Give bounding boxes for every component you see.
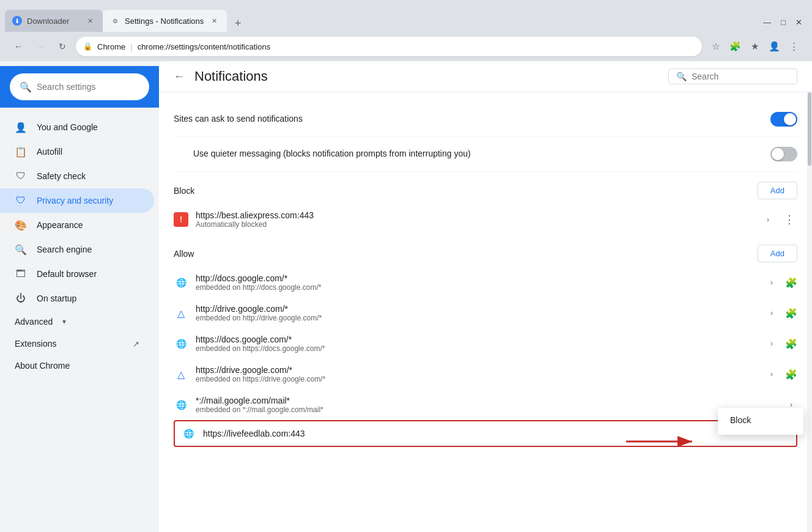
site-text-docs-https: https://docs.google.com/* embedded on ht… (196, 334, 763, 353)
globe-icon-mail: 🌐 (174, 397, 188, 412)
sidebar-item-about-chrome[interactable]: About Chrome (0, 355, 154, 377)
back-to-settings-button[interactable]: ← (174, 70, 185, 83)
quieter-messaging-toggle[interactable] (770, 147, 797, 161)
livefeedlab-wrapper: 🌐 https://livefeedlab.com:443 (174, 420, 797, 447)
drive-icon-drive-https: △ (174, 367, 188, 382)
sites-ask-text: Sites can ask to send notifications (174, 114, 770, 125)
drive-icon-drive-http: △ (174, 306, 188, 320)
site-entry-livefeedlab[interactable]: 🌐 https://livefeedlab.com:443 (174, 420, 797, 447)
sidebar-item-default-browser[interactable]: 🗔 Default browser (0, 262, 154, 286)
sidebar-label-autofill: Autofill (37, 147, 62, 157)
sidebar-item-autofill[interactable]: 📋 Autofill (0, 139, 154, 164)
sidebar-label-search-engine: Search engine (37, 245, 92, 254)
profile-icon[interactable]: 👤 (766, 38, 783, 55)
content-body: Sites can ask to send notifications Use … (159, 92, 812, 457)
back-button[interactable]: ← (10, 38, 27, 55)
notifications-search-input[interactable] (692, 72, 789, 81)
sidebar-item-search-engine[interactable]: 🔍 Search engine (0, 237, 154, 262)
puzzle-icon-drive-https: 🧩 (785, 369, 797, 380)
arrow-container (626, 429, 699, 456)
content-panel: ← Notifications 🔍 Sites can ask to send … (159, 61, 812, 532)
window-controls: — □ ✕ (763, 18, 807, 32)
sidebar-item-you-and-google[interactable]: 👤 You and Google (0, 115, 154, 139)
site-text-drive-https: https://drive.google.com/* embedded on h… (196, 365, 763, 383)
sites-ask-toggle[interactable] (770, 112, 797, 127)
quieter-messaging-text: Use quieter messaging (blocks notificati… (193, 149, 770, 160)
close-button[interactable]: ✕ (795, 18, 802, 27)
notifications-search-icon: 🔍 (676, 72, 687, 81)
block-add-button[interactable]: Add (758, 182, 797, 199)
tab-close-settings[interactable]: ✕ (209, 15, 220, 26)
site-entry-aliexpress[interactable]: ! https://best.aliexpress.com:443 Automa… (174, 204, 797, 235)
sidebar-item-safety-check[interactable]: 🛡 Safety check (0, 164, 154, 188)
allow-add-button[interactable]: Add (758, 245, 797, 262)
extensions-external-icon: ↗ (133, 339, 139, 349)
more-icon-aliexpress[interactable]: ⋮ (781, 210, 797, 229)
minimize-button[interactable]: — (763, 18, 771, 27)
sidebar-item-appearance[interactable]: 🎨 Appearance (0, 213, 154, 237)
site-sub-drive-https: embedded on https://drive.google.com/* (196, 375, 763, 383)
context-menu-edit[interactable]: Edit (718, 432, 803, 435)
sites-ask-row: Sites can ask to send notifications (174, 102, 797, 137)
block-label: Block (174, 186, 194, 196)
sidebar-label-safety-check: Safety check (37, 171, 86, 181)
extensions-puzzle-icon[interactable]: ★ (746, 38, 763, 55)
bookmark-icon[interactable]: ☆ (707, 38, 724, 55)
reload-button[interactable]: ↻ (54, 38, 71, 55)
tab-title-settings: Settings - Notifications (125, 17, 204, 26)
url-path: chrome://settings/content/notifications (138, 42, 271, 51)
scrollbar-thumb[interactable] (808, 92, 811, 166)
allow-label: Allow (174, 249, 194, 259)
site-url-aliexpress: https://best.aliexpress.com:443 (196, 210, 759, 220)
sidebar-item-on-startup[interactable]: ⏻ On startup (0, 286, 154, 311)
site-text-aliexpress: https://best.aliexpress.com:443 Automati… (196, 210, 759, 229)
settings-search-bar: 🔍 (0, 66, 159, 108)
settings-search-input[interactable] (37, 82, 144, 92)
url-divider: | (130, 42, 132, 51)
url-lock-icon: 🔒 (83, 42, 92, 51)
maximize-button[interactable]: □ (781, 18, 786, 27)
privacy-shield-icon: 🛡 (15, 194, 27, 207)
quieter-toggle-thumb (772, 148, 784, 160)
chevron-icon-docs-http: › (770, 278, 773, 287)
page-title: Notifications (194, 68, 659, 84)
site-entry-docs-http[interactable]: 🌐 http://docs.google.com/* embedded on h… (174, 267, 797, 298)
url-bar[interactable]: 🔒 Chrome | chrome://settings/content/not… (76, 37, 702, 56)
extension-icon[interactable]: 🧩 (726, 38, 744, 55)
sidebar-item-extensions[interactable]: Extensions ↗ (0, 333, 154, 355)
puzzle-icon-drive-http: 🧩 (785, 308, 797, 319)
site-entry-drive-http[interactable]: △ http://drive.google.com/* embedded on … (174, 298, 797, 328)
site-text-livefeedlab: https://livefeedlab.com:443 (203, 429, 790, 438)
site-entry-mail[interactable]: 🌐 *://mail.google.com/mail* embedded on … (174, 390, 797, 420)
arrow-svg (626, 429, 699, 454)
content-scroll: Sites can ask to send notifications Use … (159, 92, 812, 532)
address-bar-icons: ☆ 🧩 ★ 👤 ⋮ (707, 38, 802, 55)
site-url-drive-https: https://drive.google.com/* (196, 365, 763, 375)
blocked-icon-aliexpress: ! (174, 212, 188, 227)
site-entry-drive-https[interactable]: △ https://drive.google.com/* embedded on… (174, 359, 797, 390)
forward-button[interactable]: → (32, 38, 49, 55)
site-url-docs-http: http://docs.google.com/* (196, 273, 763, 283)
tab-downloader[interactable]: ⬇ Downloader ✕ (5, 10, 103, 32)
appearance-icon: 🎨 (15, 219, 27, 231)
site-url-livefeedlab: https://livefeedlab.com:443 (203, 429, 790, 438)
sidebar-section-advanced[interactable]: Advanced ▾ (0, 311, 159, 333)
site-text-docs-http: http://docs.google.com/* embedded on htt… (196, 273, 763, 292)
url-source: Chrome (97, 42, 125, 51)
sidebar-item-privacy-security[interactable]: 🛡 Privacy and security (0, 188, 154, 213)
menu-icon[interactable]: ⋮ (785, 38, 802, 55)
site-text-drive-http: http://drive.google.com/* embedded on ht… (196, 304, 763, 322)
safety-shield-icon: 🛡 (15, 170, 27, 182)
site-entry-docs-https[interactable]: 🌐 https://docs.google.com/* embedded on … (174, 328, 797, 359)
sidebar: 🔍 👤 You and Google 📋 Autofill 🛡 Safety c… (0, 61, 159, 532)
sidebar-label-you-and-google: You and Google (37, 122, 98, 132)
chevron-icon-aliexpress: › (767, 215, 769, 224)
tab-title-downloader: Downloader (27, 17, 79, 26)
tab-settings-notifications[interactable]: ⚙ Settings - Notifications ✕ (103, 10, 227, 32)
site-sub-drive-http: embedded on http://drive.google.com/* (196, 314, 763, 322)
new-tab-button[interactable]: + (229, 15, 246, 32)
autofill-icon: 📋 (15, 146, 27, 158)
context-menu-block[interactable]: Block (718, 408, 803, 432)
tab-close-downloader[interactable]: ✕ (84, 15, 95, 26)
globe-icon-docs-https: 🌐 (174, 336, 188, 351)
